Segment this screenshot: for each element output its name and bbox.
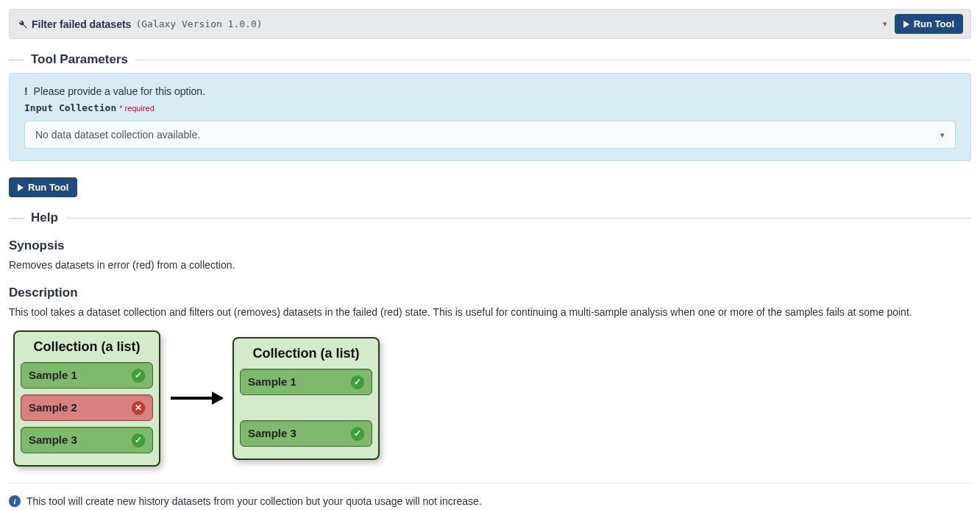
check-icon: ✓ <box>132 433 145 447</box>
param-warning: ! Please provide a value for this option… <box>24 85 956 97</box>
section-tool-parameters: Tool Parameters <box>9 52 971 67</box>
run-tool-button-header[interactable]: Run Tool <box>895 14 963 34</box>
section-dash <box>9 60 24 60</box>
collection-title: Collection (a list) <box>21 339 153 355</box>
section-line <box>65 218 971 219</box>
run-tool-label: Run Tool <box>914 18 954 29</box>
param-warning-text: Please provide a value for this option. <box>34 85 205 97</box>
footer-note: i This tool will create new history data… <box>9 483 971 507</box>
collection-after: Collection (a list) Sample 1✓Sample 3✓ <box>232 337 380 460</box>
sample-row: Sample 3✓ <box>240 420 372 447</box>
sample-name: Sample 3 <box>29 433 77 446</box>
check-icon: ✓ <box>351 427 364 440</box>
wrench-icon <box>17 19 27 29</box>
param-label-row: Input Collection * required <box>24 102 956 113</box>
run-tool-button[interactable]: Run Tool <box>9 177 77 197</box>
collection-title: Collection (a list) <box>240 346 372 361</box>
x-icon: ✕ <box>132 401 145 414</box>
sample-row: Sample 3✓ <box>21 427 153 453</box>
collection-before: Collection (a list) Sample 1✓Sample 2✕Sa… <box>13 330 160 467</box>
version-dropdown[interactable]: ▾ <box>876 19 895 29</box>
param-label: Input Collection <box>24 102 116 113</box>
section-help: Help <box>9 210 971 225</box>
section-label: Tool Parameters <box>31 52 128 67</box>
sample-name: Sample 1 <box>29 369 77 381</box>
run-row: Run Tool <box>9 177 971 197</box>
section-line <box>135 60 971 60</box>
check-icon: ✓ <box>351 375 364 389</box>
footer-text: This tool will create new history datase… <box>26 495 482 507</box>
section-dash <box>9 218 24 219</box>
input-collection-select[interactable]: No data dataset collection available. ▾ <box>24 121 956 149</box>
exclamation-icon: ! <box>24 85 28 97</box>
tool-title: Filter failed datasets <box>32 18 131 30</box>
arrow-icon <box>171 397 222 400</box>
play-icon <box>18 184 24 191</box>
tool-header: Filter failed datasets (Galaxy Version 1… <box>9 9 971 39</box>
sample-row: Sample 1✓ <box>21 362 153 389</box>
synopsis-heading: Synopsis <box>9 238 971 253</box>
tool-version: (Galaxy Version 1.0.0) <box>135 18 262 29</box>
section-label: Help <box>31 210 58 225</box>
play-icon <box>903 21 909 28</box>
description-text: This tool takes a dataset collection and… <box>9 305 971 319</box>
synopsis-text: Removes datasets in error (red) from a c… <box>9 258 971 272</box>
filter-diagram: Collection (a list) Sample 1✓Sample 2✕Sa… <box>9 330 971 467</box>
tool-header-left: Filter failed datasets (Galaxy Version 1… <box>17 18 876 30</box>
run-tool-label: Run Tool <box>28 182 68 193</box>
sample-row: Sample 1✓ <box>240 369 372 395</box>
description-heading: Description <box>9 286 971 300</box>
info-icon: i <box>9 495 21 507</box>
collection-placeholder: No data dataset collection available. <box>35 129 200 141</box>
sample-row: Sample 2✕ <box>21 394 153 421</box>
parameter-panel: ! Please provide a value for this option… <box>9 73 971 161</box>
required-tag: * required <box>119 104 155 113</box>
chevron-down-icon: ▾ <box>940 130 945 140</box>
sample-name: Sample 1 <box>248 375 297 388</box>
sample-name: Sample 2 <box>29 401 77 414</box>
check-icon: ✓ <box>132 369 145 382</box>
sample-name: Sample 3 <box>248 427 297 439</box>
